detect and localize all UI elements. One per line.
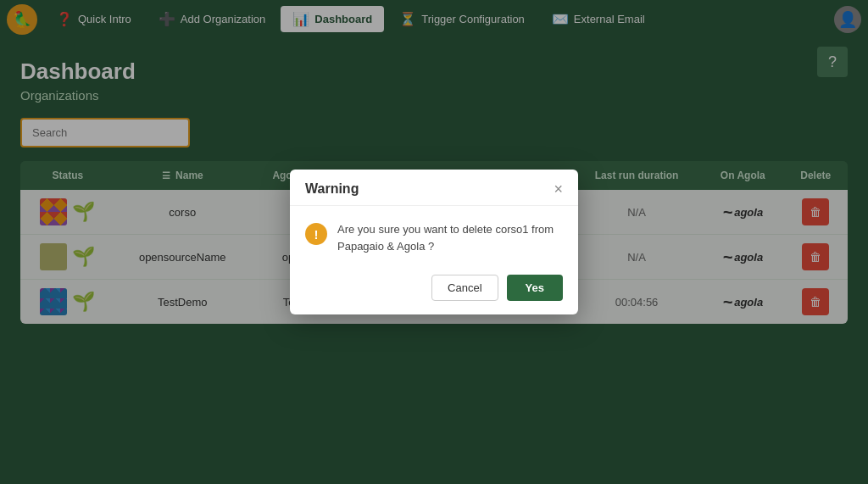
dialog-footer: Cancel Yes bbox=[290, 266, 578, 314]
dialog-header: Warning × bbox=[290, 170, 578, 206]
warning-icon: ! bbox=[305, 223, 327, 245]
dialog-title: Warning bbox=[305, 181, 359, 197]
dialog-close-button[interactable]: × bbox=[554, 181, 563, 197]
dialog-body: ! Are you sure you want to delete corso1… bbox=[290, 206, 578, 266]
modal-overlay: Warning × ! Are you sure you want to del… bbox=[0, 0, 868, 484]
yes-button[interactable]: Yes bbox=[507, 275, 563, 301]
cancel-button[interactable]: Cancel bbox=[431, 275, 498, 301]
dialog-message: Are you sure you want to delete corso1 f… bbox=[337, 221, 563, 254]
warning-dialog: Warning × ! Are you sure you want to del… bbox=[290, 170, 578, 314]
